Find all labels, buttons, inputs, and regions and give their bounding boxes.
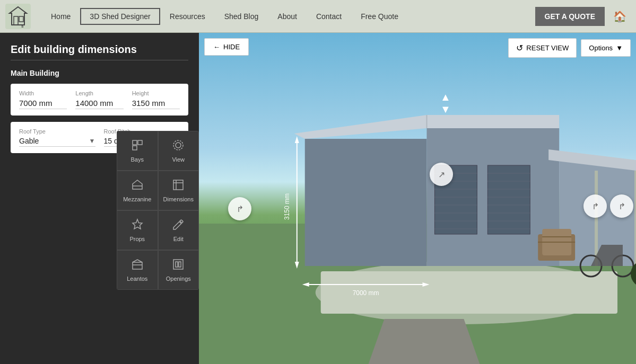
svg-rect-22 (179, 262, 181, 267)
up-arrow-control[interactable]: ▲ ▼ (440, 91, 451, 116)
nav-shed-blog[interactable]: Shed Blog (215, 8, 268, 25)
edit-label: Edit (173, 236, 184, 242)
corner-handle-center-icon: ↗ (438, 170, 445, 180)
corner-handle-left-icon: ↱ (237, 204, 243, 214)
hide-label: HIDE (223, 43, 240, 51)
svg-text:s: s (21, 24, 24, 29)
left-panel: Edit building dimensions Main Building W… (0, 33, 199, 364)
props-icon (131, 218, 144, 234)
panel-title: Edit building dimensions (11, 43, 188, 56)
openings-label: Openings (166, 276, 191, 282)
header: s Home 3D Shed Designer Resources Shed B… (0, 0, 636, 33)
nav-about[interactable]: About (268, 8, 307, 25)
view-icon (172, 139, 185, 154)
corner-handle-center[interactable]: ↗ (430, 163, 453, 186)
length-label: Length (75, 90, 123, 96)
home-icon: 🏠 (613, 11, 626, 22)
logo: s (5, 4, 31, 29)
tool-leantos[interactable]: Leantos (117, 250, 158, 290)
panel-divider (11, 60, 188, 60)
tool-view[interactable]: View (158, 131, 199, 171)
corner-handle-right1-icon: ↱ (592, 201, 599, 211)
props-label: Props (129, 236, 145, 242)
svg-marker-15 (133, 219, 142, 229)
mezzanine-label: Mezzanine (123, 196, 151, 202)
shed-svg: 3150 mm 7000 mm (199, 33, 636, 364)
tool-openings[interactable]: Openings (158, 250, 199, 290)
nav-home[interactable]: Home (41, 8, 80, 25)
tool-props[interactable]: Props (117, 210, 158, 250)
svg-marker-65 (295, 136, 299, 143)
length-value[interactable]: 14000 mm (75, 99, 123, 109)
height-label: Height (132, 90, 180, 96)
main-layout: Edit building dimensions Main Building W… (0, 33, 636, 364)
height-field: Height 3150 mm (132, 90, 180, 109)
openings-icon (172, 258, 185, 273)
length-field: Length 14000 mm (75, 90, 123, 109)
width-label: Width (19, 90, 67, 96)
nav-resources[interactable]: Resources (160, 8, 215, 25)
tool-dimensions[interactable]: Dimensions (158, 171, 199, 210)
options-button[interactable]: Options ▼ (581, 39, 631, 57)
corner-handle-left[interactable]: ↱ (228, 197, 251, 220)
bays-icon (131, 139, 144, 154)
home-icon-button[interactable]: 🏠 (609, 8, 631, 25)
svg-rect-40 (487, 165, 530, 234)
hide-arrow-icon: ← (213, 43, 220, 51)
svg-point-8 (176, 143, 181, 148)
svg-rect-5 (133, 140, 137, 145)
roof-type-select[interactable]: Gable ▼ (19, 137, 95, 147)
width-value[interactable]: 7000 mm (19, 99, 67, 109)
corner-handle-right1[interactable]: ↱ (583, 194, 607, 218)
tool-edit[interactable]: Edit (158, 210, 199, 250)
svg-rect-20 (173, 260, 183, 269)
width-field: Width 7000 mm (19, 90, 67, 109)
leantos-label: Leantos (127, 276, 147, 282)
get-quote-button[interactable]: GET A QUOTE (535, 7, 605, 26)
main-nav: Home 3D Shed Designer Resources Shed Blo… (41, 8, 535, 25)
nav-contact[interactable]: Contact (307, 8, 351, 25)
roof-type-field: Roof Type Gable ▼ (19, 128, 95, 147)
mezzanine-icon (131, 179, 144, 194)
main-building-label: Main Building (11, 69, 188, 77)
svg-text:7000 mm: 7000 mm (353, 289, 379, 297)
svg-rect-6 (138, 140, 142, 145)
svg-rect-7 (133, 146, 137, 150)
nav-3d-shed-designer[interactable]: 3D Shed Designer (80, 8, 160, 25)
roof-type-arrow-icon: ▼ (89, 137, 95, 145)
svg-rect-16 (133, 262, 142, 269)
svg-point-9 (173, 140, 183, 150)
edit-icon (172, 218, 185, 234)
svg-text:3150 mm: 3150 mm (283, 193, 291, 220)
svg-rect-21 (176, 262, 178, 267)
hide-button[interactable]: ← HIDE (204, 38, 249, 56)
dimensions-card: Width 7000 mm Length 14000 mm Height 315… (11, 84, 188, 116)
viewport: 3150 mm 7000 mm ↱ ↗ ↱ ↱ ▲ ▼ (199, 33, 636, 364)
dimensions-label: Dimensions (163, 196, 194, 202)
leantos-icon (131, 258, 144, 273)
dimensions-row: Width 7000 mm Length 14000 mm Height 315… (19, 90, 180, 109)
height-value[interactable]: 3150 mm (132, 99, 180, 109)
reset-view-button[interactable]: ↺ RESET VIEW (508, 38, 577, 58)
reset-view-label: RESET VIEW (526, 44, 569, 52)
bays-label: Bays (131, 156, 144, 163)
roof-type-label: Roof Type (19, 128, 95, 135)
tool-bays[interactable]: Bays (117, 131, 158, 171)
svg-rect-12 (173, 180, 183, 190)
svg-marker-27 (305, 139, 427, 266)
svg-marker-10 (133, 180, 142, 189)
view-label: View (172, 156, 185, 163)
corner-handle-right2-icon: ↱ (618, 201, 625, 211)
tool-grid: Bays View Mezzanine (117, 131, 199, 290)
reset-view-icon: ↺ (516, 43, 523, 53)
shed-scene: 3150 mm 7000 mm (199, 33, 636, 364)
options-label: Options (589, 44, 613, 52)
dimensions-icon (172, 179, 185, 194)
roof-type-value: Gable (19, 137, 39, 145)
tool-mezzanine[interactable]: Mezzanine (117, 171, 158, 210)
viewport-controls: ↺ RESET VIEW Options ▼ (508, 38, 631, 58)
corner-handle-right2[interactable]: ↱ (610, 194, 633, 218)
svg-marker-26 (369, 319, 480, 364)
options-chevron-icon: ▼ (616, 44, 623, 52)
nav-free-quote[interactable]: Free Quote (351, 8, 408, 25)
